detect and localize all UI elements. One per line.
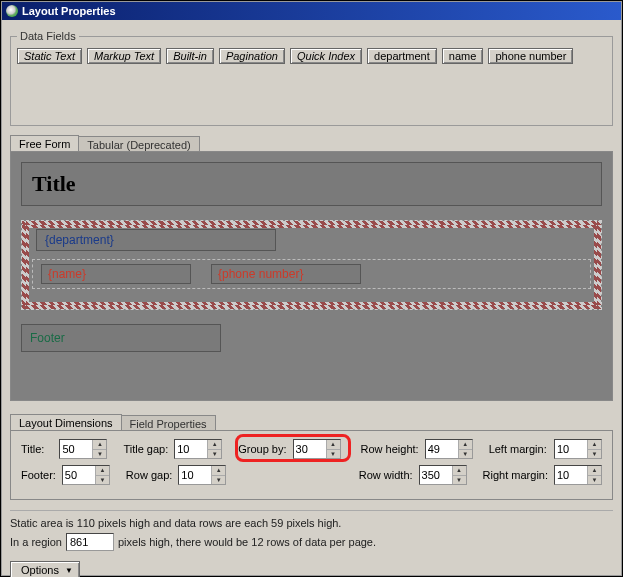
region-input[interactable] bbox=[66, 533, 114, 551]
down-icon[interactable]: ▼ bbox=[459, 450, 472, 459]
free-form-panel: Title {department} {name} {phone number}… bbox=[10, 151, 613, 401]
input-right-margin[interactable] bbox=[555, 466, 587, 484]
spinner-group-by[interactable]: ▲▼ bbox=[293, 439, 341, 459]
field-static-text[interactable]: Static Text bbox=[17, 48, 82, 64]
spinner-row-height[interactable]: ▲▼ bbox=[425, 439, 473, 459]
spinner-title[interactable]: ▲▼ bbox=[59, 439, 107, 459]
down-icon[interactable]: ▼ bbox=[208, 450, 221, 459]
field-phone[interactable]: phone number bbox=[488, 48, 573, 64]
input-row-width[interactable] bbox=[420, 466, 452, 484]
spinner-row-width[interactable]: ▲▼ bbox=[419, 465, 467, 485]
input-footer[interactable] bbox=[63, 466, 95, 484]
spinner-right-margin[interactable]: ▲▼ bbox=[554, 465, 602, 485]
status-line-1: Static area is 110 pixels high and data … bbox=[10, 517, 613, 529]
spinner-left-margin[interactable]: ▲▼ bbox=[554, 439, 602, 459]
data-fields-legend: Data Fields bbox=[17, 30, 79, 42]
down-icon[interactable]: ▼ bbox=[588, 450, 601, 459]
field-markup-text[interactable]: Markup Text bbox=[87, 48, 161, 64]
down-icon[interactable]: ▼ bbox=[212, 476, 225, 485]
label-group-by: Group by: bbox=[238, 443, 286, 455]
spinner-footer[interactable]: ▲▼ bbox=[62, 465, 110, 485]
layout-properties-window: Layout Properties Data Fields Static Tex… bbox=[1, 1, 622, 576]
window-title: Layout Properties bbox=[22, 5, 116, 17]
field-built-in[interactable]: Built-in bbox=[166, 48, 214, 64]
layout-tabs: Free Form Tabular (Deprecated) bbox=[10, 134, 613, 151]
titlebar: Layout Properties bbox=[2, 2, 621, 20]
up-icon[interactable]: ▲ bbox=[208, 440, 221, 450]
up-icon[interactable]: ▲ bbox=[212, 466, 225, 476]
input-group-by[interactable] bbox=[294, 440, 326, 458]
status-area: Static area is 110 pixels high and data … bbox=[10, 510, 613, 551]
options-label: Options bbox=[21, 564, 59, 576]
field-name[interactable]: name bbox=[442, 48, 484, 64]
up-icon[interactable]: ▲ bbox=[588, 466, 601, 476]
down-icon[interactable]: ▼ bbox=[327, 450, 340, 459]
input-row-gap[interactable] bbox=[179, 466, 211, 484]
options-button[interactable]: Options ▼ bbox=[10, 561, 80, 577]
department-placeholder[interactable]: {department} bbox=[36, 229, 276, 251]
down-icon[interactable]: ▼ bbox=[93, 450, 106, 459]
dimension-tabs: Layout Dimensions Field Properties bbox=[10, 413, 613, 430]
name-placeholder[interactable]: {name} bbox=[41, 264, 191, 284]
label-title-gap: Title gap: bbox=[123, 443, 168, 455]
up-icon[interactable]: ▲ bbox=[327, 440, 340, 450]
field-quick-index[interactable]: Quick Index bbox=[290, 48, 362, 64]
layout-dimensions-panel: Title: ▲▼ Title gap: ▲▼ Group by: ▲▼ Row… bbox=[10, 430, 613, 500]
up-icon[interactable]: ▲ bbox=[459, 440, 472, 450]
down-icon[interactable]: ▼ bbox=[453, 476, 466, 485]
footer-box[interactable]: Footer bbox=[21, 324, 221, 352]
up-icon[interactable]: ▲ bbox=[93, 440, 106, 450]
label-title: Title: bbox=[21, 443, 53, 455]
title-text: Title bbox=[32, 171, 76, 197]
label-row-width: Row width: bbox=[359, 469, 413, 481]
input-title-gap[interactable] bbox=[175, 440, 207, 458]
label-row-height: Row height: bbox=[361, 443, 419, 455]
label-left-margin: Left margin: bbox=[489, 443, 548, 455]
down-icon[interactable]: ▼ bbox=[588, 476, 601, 485]
app-icon bbox=[6, 5, 18, 17]
status-line-2a: In a region bbox=[10, 536, 62, 548]
input-row-height[interactable] bbox=[426, 440, 458, 458]
spinner-title-gap[interactable]: ▲▼ bbox=[174, 439, 222, 459]
down-icon[interactable]: ▼ bbox=[96, 476, 109, 485]
title-band[interactable]: Title bbox=[21, 162, 602, 206]
status-line-2b: pixels high, there would be 12 rows of d… bbox=[118, 536, 376, 548]
up-icon[interactable]: ▲ bbox=[96, 466, 109, 476]
tab-layout-dimensions[interactable]: Layout Dimensions bbox=[10, 414, 122, 431]
phone-placeholder[interactable]: {phone number} bbox=[211, 264, 361, 284]
data-row[interactable]: {name} {phone number} bbox=[32, 259, 591, 289]
label-footer: Footer: bbox=[21, 469, 56, 481]
group-box[interactable]: {department} {name} {phone number} bbox=[21, 220, 602, 310]
up-icon[interactable]: ▲ bbox=[453, 466, 466, 476]
spinner-row-gap[interactable]: ▲▼ bbox=[178, 465, 226, 485]
tab-free-form[interactable]: Free Form bbox=[10, 135, 79, 152]
field-department[interactable]: department bbox=[367, 48, 437, 64]
field-pagination[interactable]: Pagination bbox=[219, 48, 285, 64]
label-row-gap: Row gap: bbox=[126, 469, 172, 481]
input-title[interactable] bbox=[60, 440, 92, 458]
data-fields-group: Data Fields Static Text Markup Text Buil… bbox=[10, 30, 613, 126]
label-right-margin: Right margin: bbox=[483, 469, 548, 481]
input-left-margin[interactable] bbox=[555, 440, 587, 458]
up-icon[interactable]: ▲ bbox=[588, 440, 601, 450]
chevron-down-icon: ▼ bbox=[65, 566, 73, 575]
